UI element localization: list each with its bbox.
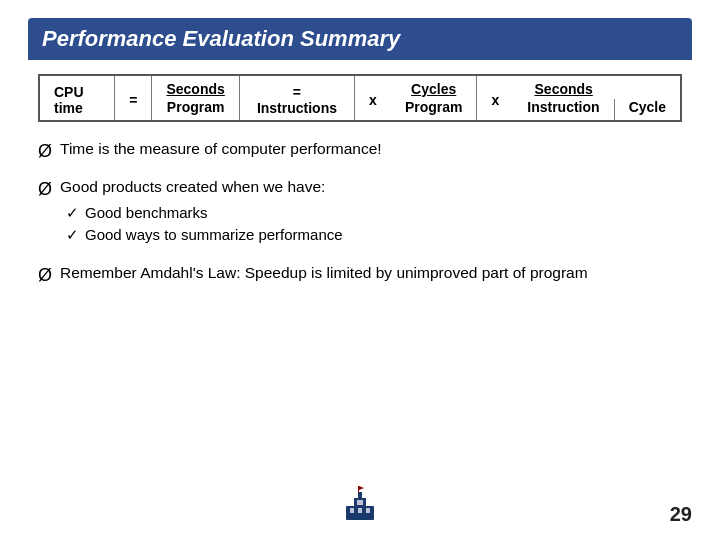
franklin-university-logo — [336, 478, 384, 526]
bullet-symbol-3: Ø — [38, 265, 52, 286]
svg-marker-8 — [359, 486, 364, 490]
sub-bullet-text-2: Good ways to summarize performance — [85, 226, 343, 243]
col-x1: x — [355, 76, 391, 120]
bullet-text-2: Good products created when we have: — [60, 178, 682, 196]
svg-rect-3 — [350, 508, 354, 513]
bullet-3: Ø Remember Amdahl's Law: Speedup is limi… — [38, 264, 682, 286]
col-seconds-label: Seconds — [152, 76, 239, 99]
page: Performance Evaluation Summary CPU time … — [0, 0, 720, 540]
col-cycles-label: Cycles — [391, 76, 477, 99]
sub-bullets: ✓ Good benchmarks ✓ Good ways to summari… — [66, 204, 343, 248]
svg-rect-6 — [357, 500, 363, 505]
page-title: Performance Evaluation Summary — [28, 18, 692, 60]
bullet-text-3: Remember Amdahl's Law: Speedup is limite… — [60, 264, 682, 282]
col-cpu-time: CPU time — [40, 76, 115, 120]
sub-bullet-2: ✓ Good ways to summarize performance — [66, 226, 343, 244]
logo-area — [336, 478, 384, 526]
bullet-2: Ø Good products created when we have: ✓ … — [38, 178, 682, 248]
bullet-symbol-2: Ø — [38, 179, 52, 200]
formula-table: CPU time = Seconds = Instructions x Cycl… — [38, 74, 682, 122]
check-icon-2: ✓ — [66, 226, 79, 244]
svg-rect-7 — [358, 486, 359, 493]
check-icon-1: ✓ — [66, 204, 79, 222]
col-program: Program — [152, 99, 239, 120]
formula-row-1: CPU time = Seconds = Instructions x Cycl… — [40, 76, 680, 99]
bullet-text-1: Time is the measure of computer performa… — [60, 140, 682, 158]
col-eq: = — [115, 76, 152, 120]
sub-bullet-1: ✓ Good benchmarks — [66, 204, 343, 222]
content-section: Ø Time is the measure of computer perfor… — [38, 140, 682, 522]
col-instruction: Instruction — [513, 99, 614, 120]
col-cycle: Cycle — [614, 99, 680, 120]
col-program2: Program — [391, 99, 477, 120]
svg-rect-5 — [366, 508, 370, 513]
bullet-symbol-1: Ø — [38, 141, 52, 162]
page-number: 29 — [670, 503, 692, 526]
svg-rect-2 — [358, 492, 362, 500]
col-eq2: = Instructions — [239, 76, 354, 120]
col-seconds2-label: Seconds — [513, 76, 614, 99]
svg-rect-4 — [358, 508, 362, 513]
col-x2: x — [477, 76, 513, 120]
sub-bullet-text-1: Good benchmarks — [85, 204, 208, 221]
bullet-1: Ø Time is the measure of computer perfor… — [38, 140, 682, 162]
